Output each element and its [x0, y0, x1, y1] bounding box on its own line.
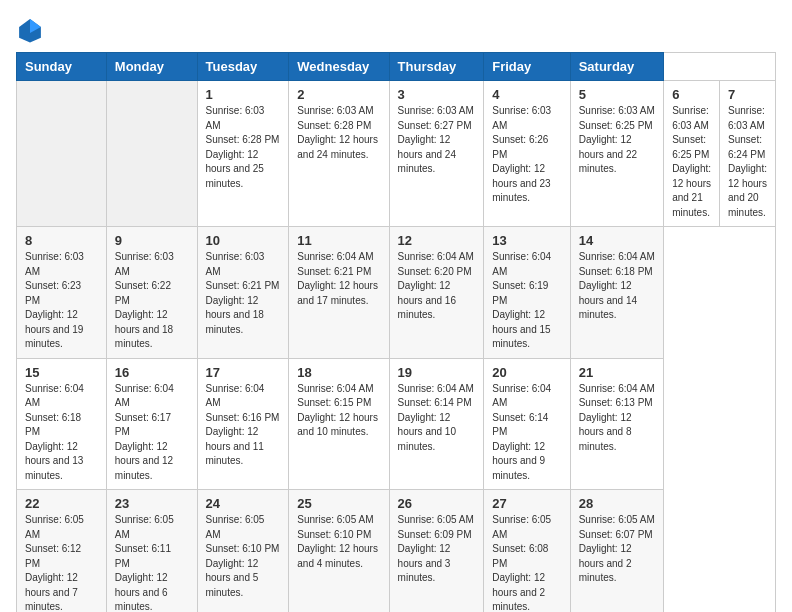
day-number: 19 [398, 365, 476, 380]
calendar-cell: 12Sunrise: 6:04 AMSunset: 6:20 PMDayligh… [389, 227, 484, 359]
day-number: 12 [398, 233, 476, 248]
day-number: 10 [206, 233, 281, 248]
calendar-cell: 7Sunrise: 6:03 AMSunset: 6:24 PMDaylight… [720, 81, 776, 227]
day-number: 20 [492, 365, 561, 380]
calendar-cell: 19Sunrise: 6:04 AMSunset: 6:14 PMDayligh… [389, 358, 484, 490]
day-info: Sunrise: 6:04 AMSunset: 6:17 PMDaylight:… [115, 382, 189, 484]
day-number: 16 [115, 365, 189, 380]
day-number: 9 [115, 233, 189, 248]
calendar-cell: 8Sunrise: 6:03 AMSunset: 6:23 PMDaylight… [17, 227, 107, 359]
day-info: Sunrise: 6:05 AMSunset: 6:12 PMDaylight:… [25, 513, 98, 612]
calendar-cell: 4Sunrise: 6:03 AMSunset: 6:26 PMDaylight… [484, 81, 570, 227]
calendar-cell: 16Sunrise: 6:04 AMSunset: 6:17 PMDayligh… [106, 358, 197, 490]
day-number: 6 [672, 87, 711, 102]
day-number: 2 [297, 87, 380, 102]
day-info: Sunrise: 6:05 AMSunset: 6:10 PMDaylight:… [297, 513, 380, 571]
day-number: 23 [115, 496, 189, 511]
calendar-cell: 6Sunrise: 6:03 AMSunset: 6:25 PMDaylight… [664, 81, 720, 227]
day-info: Sunrise: 6:04 AMSunset: 6:18 PMDaylight:… [25, 382, 98, 484]
calendar-cell: 22Sunrise: 6:05 AMSunset: 6:12 PMDayligh… [17, 490, 107, 613]
weekday-header-saturday: Saturday [570, 53, 663, 81]
calendar-cell: 18Sunrise: 6:04 AMSunset: 6:15 PMDayligh… [289, 358, 389, 490]
day-info: Sunrise: 6:03 AMSunset: 6:28 PMDaylight:… [206, 104, 281, 191]
day-number: 3 [398, 87, 476, 102]
calendar-cell: 14Sunrise: 6:04 AMSunset: 6:18 PMDayligh… [570, 227, 663, 359]
day-info: Sunrise: 6:03 AMSunset: 6:23 PMDaylight:… [25, 250, 98, 352]
calendar-cell: 13Sunrise: 6:04 AMSunset: 6:19 PMDayligh… [484, 227, 570, 359]
empty-cell [17, 81, 107, 227]
calendar-cell: 23Sunrise: 6:05 AMSunset: 6:11 PMDayligh… [106, 490, 197, 613]
day-info: Sunrise: 6:04 AMSunset: 6:14 PMDaylight:… [492, 382, 561, 484]
day-info: Sunrise: 6:04 AMSunset: 6:19 PMDaylight:… [492, 250, 561, 352]
day-number: 1 [206, 87, 281, 102]
week-row-4: 22Sunrise: 6:05 AMSunset: 6:12 PMDayligh… [17, 490, 776, 613]
calendar-cell: 5Sunrise: 6:03 AMSunset: 6:25 PMDaylight… [570, 81, 663, 227]
day-info: Sunrise: 6:03 AMSunset: 6:22 PMDaylight:… [115, 250, 189, 352]
day-number: 24 [206, 496, 281, 511]
day-number: 8 [25, 233, 98, 248]
day-info: Sunrise: 6:03 AMSunset: 6:26 PMDaylight:… [492, 104, 561, 206]
week-row-1: 1Sunrise: 6:03 AMSunset: 6:28 PMDaylight… [17, 81, 776, 227]
calendar-cell: 1Sunrise: 6:03 AMSunset: 6:28 PMDaylight… [197, 81, 289, 227]
day-info: Sunrise: 6:05 AMSunset: 6:11 PMDaylight:… [115, 513, 189, 612]
calendar: SundayMondayTuesdayWednesdayThursdayFrid… [16, 52, 776, 612]
day-number: 26 [398, 496, 476, 511]
weekday-header-sunday: Sunday [17, 53, 107, 81]
day-info: Sunrise: 6:03 AMSunset: 6:25 PMDaylight:… [672, 104, 711, 220]
calendar-cell: 2Sunrise: 6:03 AMSunset: 6:28 PMDaylight… [289, 81, 389, 227]
page-header [16, 16, 776, 44]
calendar-cell: 11Sunrise: 6:04 AMSunset: 6:21 PMDayligh… [289, 227, 389, 359]
day-info: Sunrise: 6:04 AMSunset: 6:20 PMDaylight:… [398, 250, 476, 323]
weekday-header-wednesday: Wednesday [289, 53, 389, 81]
calendar-cell: 28Sunrise: 6:05 AMSunset: 6:07 PMDayligh… [570, 490, 663, 613]
day-info: Sunrise: 6:04 AMSunset: 6:21 PMDaylight:… [297, 250, 380, 308]
calendar-cell: 15Sunrise: 6:04 AMSunset: 6:18 PMDayligh… [17, 358, 107, 490]
day-number: 25 [297, 496, 380, 511]
weekday-header-friday: Friday [484, 53, 570, 81]
day-info: Sunrise: 6:05 AMSunset: 6:08 PMDaylight:… [492, 513, 561, 612]
calendar-cell: 25Sunrise: 6:05 AMSunset: 6:10 PMDayligh… [289, 490, 389, 613]
day-number: 22 [25, 496, 98, 511]
day-number: 18 [297, 365, 380, 380]
day-info: Sunrise: 6:05 AMSunset: 6:10 PMDaylight:… [206, 513, 281, 600]
week-row-2: 8Sunrise: 6:03 AMSunset: 6:23 PMDaylight… [17, 227, 776, 359]
day-number: 14 [579, 233, 655, 248]
logo [16, 16, 48, 44]
week-row-3: 15Sunrise: 6:04 AMSunset: 6:18 PMDayligh… [17, 358, 776, 490]
day-number: 27 [492, 496, 561, 511]
day-info: Sunrise: 6:05 AMSunset: 6:07 PMDaylight:… [579, 513, 655, 586]
day-number: 21 [579, 365, 655, 380]
calendar-cell: 21Sunrise: 6:04 AMSunset: 6:13 PMDayligh… [570, 358, 663, 490]
day-number: 28 [579, 496, 655, 511]
day-info: Sunrise: 6:04 AMSunset: 6:14 PMDaylight:… [398, 382, 476, 455]
day-info: Sunrise: 6:03 AMSunset: 6:21 PMDaylight:… [206, 250, 281, 337]
day-number: 7 [728, 87, 767, 102]
weekday-header-tuesday: Tuesday [197, 53, 289, 81]
day-info: Sunrise: 6:03 AMSunset: 6:25 PMDaylight:… [579, 104, 655, 177]
day-number: 5 [579, 87, 655, 102]
empty-cell [106, 81, 197, 227]
day-info: Sunrise: 6:03 AMSunset: 6:24 PMDaylight:… [728, 104, 767, 220]
day-info: Sunrise: 6:04 AMSunset: 6:16 PMDaylight:… [206, 382, 281, 469]
calendar-cell: 3Sunrise: 6:03 AMSunset: 6:27 PMDaylight… [389, 81, 484, 227]
day-info: Sunrise: 6:03 AMSunset: 6:28 PMDaylight:… [297, 104, 380, 162]
day-info: Sunrise: 6:04 AMSunset: 6:13 PMDaylight:… [579, 382, 655, 455]
weekday-header-row: SundayMondayTuesdayWednesdayThursdayFrid… [17, 53, 776, 81]
calendar-cell: 24Sunrise: 6:05 AMSunset: 6:10 PMDayligh… [197, 490, 289, 613]
weekday-header-thursday: Thursday [389, 53, 484, 81]
calendar-cell: 27Sunrise: 6:05 AMSunset: 6:08 PMDayligh… [484, 490, 570, 613]
calendar-cell: 10Sunrise: 6:03 AMSunset: 6:21 PMDayligh… [197, 227, 289, 359]
calendar-cell: 26Sunrise: 6:05 AMSunset: 6:09 PMDayligh… [389, 490, 484, 613]
day-number: 11 [297, 233, 380, 248]
day-info: Sunrise: 6:04 AMSunset: 6:18 PMDaylight:… [579, 250, 655, 323]
calendar-cell: 9Sunrise: 6:03 AMSunset: 6:22 PMDaylight… [106, 227, 197, 359]
day-number: 17 [206, 365, 281, 380]
day-info: Sunrise: 6:05 AMSunset: 6:09 PMDaylight:… [398, 513, 476, 586]
logo-icon [16, 16, 44, 44]
day-number: 4 [492, 87, 561, 102]
day-info: Sunrise: 6:03 AMSunset: 6:27 PMDaylight:… [398, 104, 476, 177]
weekday-header-monday: Monday [106, 53, 197, 81]
day-number: 15 [25, 365, 98, 380]
day-number: 13 [492, 233, 561, 248]
calendar-cell: 17Sunrise: 6:04 AMSunset: 6:16 PMDayligh… [197, 358, 289, 490]
